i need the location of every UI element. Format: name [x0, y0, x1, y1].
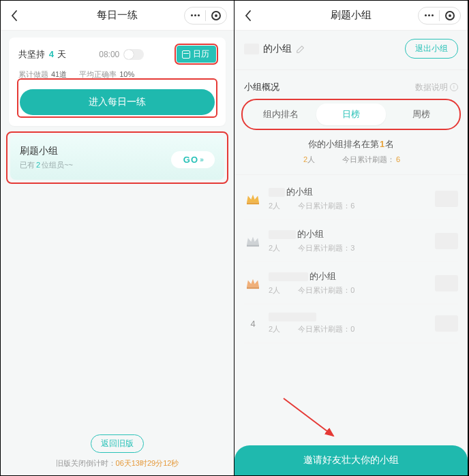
rank-list: xx的小组 2人今日累计刷题：6 xxxx的小组 2人今日累计刷题：3: [244, 178, 458, 343]
back-button[interactable]: [241, 9, 255, 22]
target-icon: [211, 11, 221, 20]
page-title: 刷题小组: [331, 9, 372, 22]
calendar-icon: [182, 50, 190, 59]
info-icon: i: [450, 83, 458, 91]
rank-badge-1: [244, 193, 262, 205]
alarm-time-label: 08:00: [99, 50, 119, 59]
enter-daily-button[interactable]: 进入每日一练: [20, 89, 215, 115]
more-icon: [191, 14, 200, 16]
alarm-toggle[interactable]: 08:00: [99, 49, 144, 60]
more-button[interactable]: [419, 7, 439, 24]
quit-group-button[interactable]: 退出小组: [405, 39, 458, 59]
chevron-right-icon: ›››: [200, 156, 202, 163]
back-button[interactable]: [7, 9, 21, 22]
my-rank-text: 你的小组排名在第1名: [244, 138, 458, 150]
rank-thumb: [435, 191, 458, 207]
daily-body: 共坚持 4 天 08:00 日历 累计做题41道 平均正确率10% 进入每日一练: [1, 31, 234, 475]
overview-row: 小组概况 数据说明 i: [244, 81, 458, 93]
close-mp-button[interactable]: [206, 7, 226, 24]
rank-tabs: 组内排名 日榜 周榜: [244, 101, 458, 127]
tab-daily-rank[interactable]: 日榜: [316, 104, 387, 125]
daily-practice-panel: 每日一练 共坚持 4 天 08:00 日历: [1, 1, 234, 475]
team-header: xx的小组 退出小组: [244, 39, 458, 59]
rank-badge-3: [244, 277, 262, 289]
rank-badge-2: [244, 235, 262, 247]
countdown-text: 旧版关闭倒计时：06天13时29分12秒: [9, 458, 226, 469]
go-button[interactable]: GO›››: [171, 151, 215, 168]
invite-friends-button[interactable]: 邀请好友壮大你的小组: [234, 445, 468, 475]
svg-rect-1: [247, 244, 259, 247]
more-button[interactable]: [185, 7, 205, 24]
crown-silver-icon: [245, 235, 260, 247]
overview-label: 小组概况: [244, 81, 279, 93]
header-bar: 每日一练: [1, 1, 234, 31]
target-icon: [445, 11, 455, 20]
group-card[interactable]: 刷题小组 已有2位组员~~ GO›››: [10, 136, 224, 180]
persist-days: 共坚持 4 天: [18, 48, 66, 61]
toggle-switch-icon: [123, 49, 144, 60]
summary-card: 共坚持 4 天 08:00 日历 累计做题41道 平均正确率10% 进入每日一练: [9, 37, 226, 126]
close-mp-button[interactable]: [440, 7, 460, 24]
enter-highlight: 进入每日一练: [17, 78, 217, 118]
crown-bronze-icon: [245, 277, 260, 289]
group-panel: 刷题小组 xx的小组 退出小组 小组概况 数据说明 i 组内排名 日榜 周榜: [234, 1, 468, 475]
calendar-button[interactable]: 日历: [177, 46, 216, 63]
rank-thumb: [435, 315, 458, 332]
page-title: 每日一练: [97, 9, 138, 22]
team-name[interactable]: xx的小组: [244, 43, 305, 55]
tab-weekly-rank[interactable]: 周榜: [386, 104, 456, 125]
rank-item[interactable]: 4 xxxxxxx 2人今日累计刷题：0: [244, 304, 458, 343]
return-old-button[interactable]: 返回旧版: [91, 434, 144, 453]
blurred-name: xx: [244, 44, 259, 54]
more-icon: [425, 14, 434, 16]
data-explain-button[interactable]: 数据说明 i: [415, 81, 458, 93]
rank-thumb: [435, 233, 458, 249]
edit-icon: [296, 44, 305, 54]
rank-item[interactable]: xxxxxx的小组 2人今日累计刷题：0: [244, 262, 458, 304]
miniprogram-capsule: [184, 7, 227, 25]
tab-group-rank[interactable]: 组内排名: [246, 104, 316, 125]
svg-rect-0: [247, 202, 259, 204]
rank-index-4: 4: [244, 319, 262, 329]
rank-item[interactable]: xxxx的小组 2人今日累计刷题：3: [244, 220, 458, 262]
group-body: xx的小组 退出小组 小组概况 数据说明 i 组内排名 日榜 周榜 你的小组排名…: [234, 31, 468, 475]
annotation-arrow-icon: [280, 395, 342, 443]
rank-thumb: [435, 275, 458, 291]
footer: 返回旧版 旧版关闭倒计时：06天13时29分12秒: [9, 422, 226, 475]
svg-rect-2: [247, 287, 259, 289]
miniprogram-capsule: [418, 7, 461, 25]
rank-item[interactable]: xx的小组 2人今日累计刷题：6: [244, 178, 458, 220]
header-bar: 刷题小组: [234, 1, 468, 31]
group-highlight: 刷题小组 已有2位组员~~ GO›››: [6, 131, 228, 184]
my-rank-stats: 2人 今日累计刷题：6: [244, 155, 458, 165]
crown-gold-icon: [245, 193, 260, 205]
